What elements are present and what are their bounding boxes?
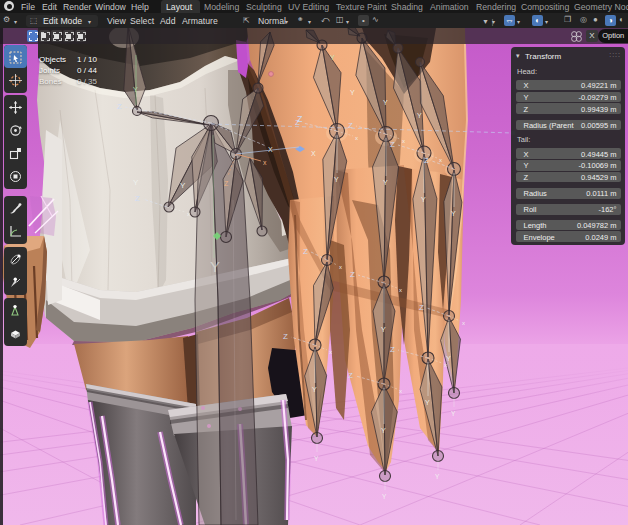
svg-text:Y: Y [381,326,386,333]
svg-text:Y: Y [421,196,426,203]
svg-text:Y: Y [417,112,422,119]
svg-text:Y: Y [334,176,339,183]
svg-text:Y: Y [133,178,139,187]
svg-text:Y: Y [435,473,440,480]
svg-text:Y: Y [210,258,220,275]
svg-text:X: X [311,150,316,157]
svg-text:Z: Z [224,180,229,187]
svg-text:Z: Z [117,102,122,111]
svg-text:Y: Y [451,410,456,417]
svg-text:x: x [187,211,190,217]
svg-text:Z: Z [419,303,424,312]
svg-text:Z: Z [303,247,308,256]
svg-text:Y: Y [180,181,186,190]
svg-text:x: x [355,135,358,141]
svg-text:x: x [339,264,342,270]
svg-text:Y: Y [383,179,388,186]
svg-text:Y: Y [425,399,430,406]
svg-text:Y: Y [133,86,138,93]
svg-text:X: X [268,146,273,153]
svg-text:Y: Y [312,386,317,393]
svg-text:Z: Z [350,270,355,279]
svg-text:Y: Y [381,427,386,434]
svg-text:Y: Y [451,210,456,217]
svg-text:x: x [399,388,402,394]
svg-text:Z: Z [348,121,353,130]
svg-text:x: x [402,138,405,144]
svg-text:x: x [329,349,332,355]
svg-text:Y: Y [446,355,451,362]
svg-text:Z: Z [135,194,140,203]
svg-text:Y: Y [330,54,335,61]
svg-text:Z: Z [390,140,395,149]
svg-text:Z: Z [295,118,300,127]
svg-text:Z: Z [283,332,288,341]
svg-text:Z: Z [424,156,429,165]
svg-text:Y: Y [383,99,388,106]
svg-text:Y: Y [382,493,387,500]
svg-text:x: x [263,159,267,166]
svg-text:x: x [439,157,442,163]
svg-text:x: x [399,287,402,293]
svg-text:x: x [462,320,465,326]
svg-text:x: x [444,362,447,368]
svg-text:Z: Z [390,345,395,354]
svg-text:Z: Z [348,371,353,380]
svg-text:Y: Y [314,455,319,462]
svg-text:Y: Y [350,89,355,96]
